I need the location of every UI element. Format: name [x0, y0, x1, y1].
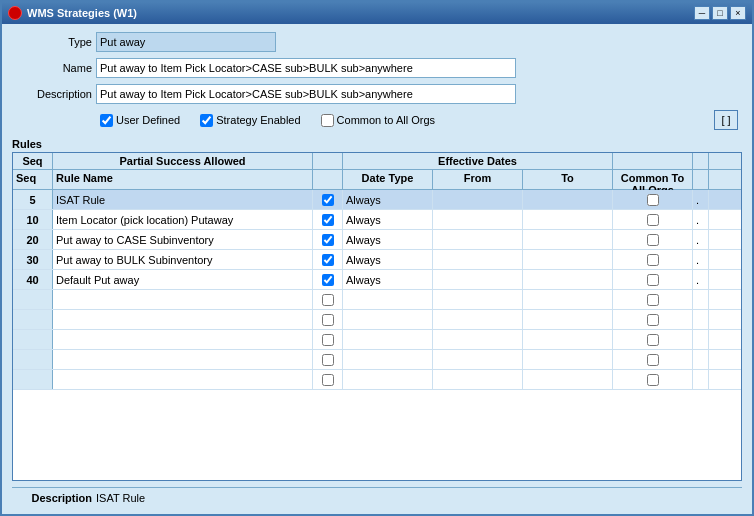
- rule-name-cell: Put away to CASE Subinventory: [53, 230, 313, 249]
- common-checkbox[interactable]: [647, 374, 659, 386]
- common-checkbox[interactable]: [647, 354, 659, 366]
- scroll-cell: [693, 290, 709, 309]
- title-buttons: ─ □ ×: [694, 6, 746, 20]
- seq-cell: [13, 310, 53, 329]
- rule-name-cell: Default Put away: [53, 270, 313, 289]
- rule-name-cell: [53, 290, 313, 309]
- seq-cell: [13, 330, 53, 349]
- group-header-row: Seq Partial Success Allowed Effective Da…: [13, 153, 741, 170]
- common-orgs-item: Common to All Orgs: [321, 114, 435, 127]
- seq-cell: [13, 350, 53, 369]
- common-checkbox[interactable]: [647, 294, 659, 306]
- minimize-button[interactable]: ─: [694, 6, 710, 20]
- partial-checkbox[interactable]: [322, 294, 334, 306]
- user-defined-checkbox[interactable]: [100, 114, 113, 127]
- date-type-cell: [343, 370, 433, 389]
- common-cell: [613, 210, 693, 229]
- rule-name-cell: Put away to BULK Subinventory: [53, 250, 313, 269]
- type-row: Type: [12, 32, 742, 52]
- table-row-empty: [13, 350, 741, 370]
- partial-checkbox[interactable]: [322, 274, 334, 286]
- partial-cell: [313, 190, 343, 209]
- partial-cell: [313, 210, 343, 229]
- scroll-cell: .: [693, 210, 709, 229]
- description-input[interactable]: [96, 84, 516, 104]
- partial-cell: [313, 270, 343, 289]
- table-row[interactable]: 5 ISAT Rule Always .: [13, 190, 741, 210]
- seq-cell: 20: [13, 230, 53, 249]
- common-cell: [613, 270, 693, 289]
- corner-bracket: [ ]: [714, 110, 738, 130]
- user-defined-label: User Defined: [116, 114, 180, 126]
- name-input[interactable]: [96, 58, 516, 78]
- rule-name-cell: [53, 350, 313, 369]
- common-checkbox[interactable]: [647, 314, 659, 326]
- date-type-cell: [343, 290, 433, 309]
- partial-checkbox[interactable]: [322, 334, 334, 346]
- th-effective-dates-group: Effective Dates: [343, 153, 613, 169]
- th-empty: [313, 153, 343, 169]
- partial-checkbox[interactable]: [322, 374, 334, 386]
- partial-cell: [313, 230, 343, 249]
- sub-header-row: Seq Rule Name Date Type From To Common T…: [13, 170, 741, 190]
- date-type-cell: Always: [343, 190, 433, 209]
- app-icon: [8, 6, 22, 20]
- date-type-cell: [343, 350, 433, 369]
- from-cell: [433, 290, 523, 309]
- name-label: Name: [12, 62, 92, 74]
- from-cell: [433, 310, 523, 329]
- common-cell: [613, 290, 693, 309]
- table-body: 5 ISAT Rule Always . 10 Item Locator (pi…: [13, 190, 741, 480]
- to-cell: [523, 230, 613, 249]
- common-orgs-checkbox[interactable]: [321, 114, 334, 127]
- from-cell: [433, 330, 523, 349]
- table-row-empty: [13, 330, 741, 350]
- partial-checkbox[interactable]: [322, 234, 334, 246]
- date-type-cell: [343, 310, 433, 329]
- seq-cell: [13, 370, 53, 389]
- scroll-cell: [693, 350, 709, 369]
- common-checkbox[interactable]: [647, 234, 659, 246]
- common-checkbox[interactable]: [647, 334, 659, 346]
- bottom-description-row: Description ISAT Rule: [12, 487, 742, 506]
- to-cell: [523, 310, 613, 329]
- scroll-cell: .: [693, 270, 709, 289]
- table-row[interactable]: 20 Put away to CASE Subinventory Always …: [13, 230, 741, 250]
- common-checkbox[interactable]: [647, 194, 659, 206]
- partial-checkbox[interactable]: [322, 194, 334, 206]
- seq-cell: 5: [13, 190, 53, 209]
- rule-name-cell: [53, 310, 313, 329]
- maximize-button[interactable]: □: [712, 6, 728, 20]
- title-bar-left: WMS Strategies (W1): [8, 6, 137, 20]
- from-cell: [433, 190, 523, 209]
- date-type-cell: Always: [343, 230, 433, 249]
- partial-checkbox[interactable]: [322, 214, 334, 226]
- th-seq-group: Seq: [13, 153, 53, 169]
- date-type-cell: Always: [343, 210, 433, 229]
- seq-cell: 40: [13, 270, 53, 289]
- common-cell: [613, 230, 693, 249]
- date-type-cell: [343, 330, 433, 349]
- common-checkbox[interactable]: [647, 254, 659, 266]
- to-cell: [523, 190, 613, 209]
- table-row[interactable]: 40 Default Put away Always .: [13, 270, 741, 290]
- table-row[interactable]: 30 Put away to BULK Subinventory Always …: [13, 250, 741, 270]
- content-area: Type Name Description User Defined Strat…: [2, 24, 752, 514]
- name-row: Name: [12, 58, 742, 78]
- table-row[interactable]: 10 Item Locator (pick location) Putaway …: [13, 210, 741, 230]
- seq-cell: 30: [13, 250, 53, 269]
- strategy-enabled-checkbox[interactable]: [200, 114, 213, 127]
- partial-checkbox[interactable]: [322, 254, 334, 266]
- common-checkbox[interactable]: [647, 274, 659, 286]
- type-input[interactable]: [96, 32, 276, 52]
- to-cell: [523, 290, 613, 309]
- partial-checkbox[interactable]: [322, 314, 334, 326]
- description-row: Description: [12, 84, 742, 104]
- common-checkbox[interactable]: [647, 214, 659, 226]
- close-button[interactable]: ×: [730, 6, 746, 20]
- common-orgs-label: Common to All Orgs: [337, 114, 435, 126]
- common-cell: [613, 310, 693, 329]
- partial-checkbox[interactable]: [322, 354, 334, 366]
- rule-name-cell: Item Locator (pick location) Putaway: [53, 210, 313, 229]
- table-row-empty: [13, 310, 741, 330]
